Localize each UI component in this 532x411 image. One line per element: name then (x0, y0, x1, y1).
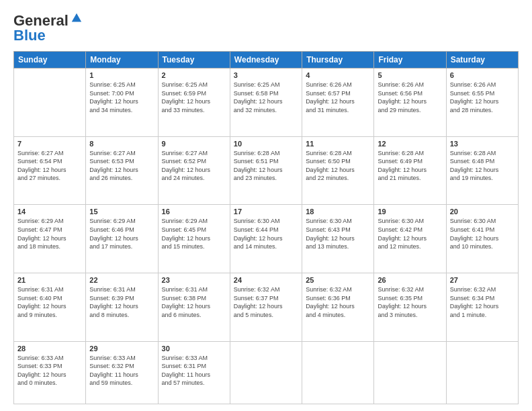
weekday-wednesday: Wednesday (230, 52, 302, 68)
calendar-cell (446, 341, 518, 404)
calendar-cell (230, 341, 302, 404)
weekday-friday: Friday (374, 52, 446, 68)
day-number: 10 (234, 140, 298, 148)
calendar-cell: 30Sunrise: 6:33 AM Sunset: 6:31 PM Dayli… (158, 341, 230, 404)
calendar-cell: 27Sunrise: 6:32 AM Sunset: 6:34 PM Dayli… (446, 273, 518, 342)
cell-info: Sunrise: 6:30 AM Sunset: 6:43 PM Dayligh… (306, 217, 370, 250)
day-number: 1 (89, 71, 154, 79)
cell-info: Sunrise: 6:31 AM Sunset: 6:39 PM Dayligh… (89, 285, 154, 319)
weekday-header-row: SundayMondayTuesdayWednesdayThursdayFrid… (14, 52, 519, 68)
day-number: 21 (17, 276, 82, 284)
cell-info: Sunrise: 6:32 AM Sunset: 6:37 PM Dayligh… (234, 285, 298, 319)
day-number: 17 (234, 208, 298, 216)
cell-info: Sunrise: 6:26 AM Sunset: 6:55 PM Dayligh… (450, 81, 515, 114)
calendar-cell: 16Sunrise: 6:29 AM Sunset: 6:45 PM Dayli… (158, 205, 230, 273)
week-row-0: 1Sunrise: 6:25 AM Sunset: 7:00 PM Daylig… (14, 68, 519, 137)
cell-info: Sunrise: 6:30 AM Sunset: 6:44 PM Dayligh… (234, 217, 298, 250)
calendar-cell: 13Sunrise: 6:28 AM Sunset: 6:48 PM Dayli… (446, 136, 518, 205)
day-number: 3 (234, 71, 298, 79)
page: General Blue SundayMondayTuesdayWednesda… (0, 0, 532, 411)
day-number: 26 (378, 276, 442, 284)
calendar-cell: 5Sunrise: 6:26 AM Sunset: 6:56 PM Daylig… (374, 68, 446, 137)
cell-info: Sunrise: 6:28 AM Sunset: 6:49 PM Dayligh… (378, 149, 442, 183)
day-number: 9 (162, 140, 226, 148)
week-row-2: 14Sunrise: 6:29 AM Sunset: 6:47 PM Dayli… (14, 205, 519, 273)
cell-info: Sunrise: 6:28 AM Sunset: 6:50 PM Dayligh… (306, 149, 370, 183)
cell-info: Sunrise: 6:28 AM Sunset: 6:48 PM Dayligh… (450, 149, 515, 183)
day-number: 23 (162, 276, 226, 284)
calendar-cell: 8Sunrise: 6:27 AM Sunset: 6:53 PM Daylig… (86, 136, 158, 205)
day-number: 12 (378, 140, 442, 148)
logo: General Blue (13, 12, 83, 44)
calendar-cell: 2Sunrise: 6:25 AM Sunset: 6:59 PM Daylig… (158, 68, 230, 137)
calendar-cell: 26Sunrise: 6:32 AM Sunset: 6:35 PM Dayli… (374, 273, 446, 342)
cell-info: Sunrise: 6:30 AM Sunset: 6:41 PM Dayligh… (450, 217, 515, 250)
cell-info: Sunrise: 6:25 AM Sunset: 7:00 PM Dayligh… (89, 81, 154, 114)
cell-info: Sunrise: 6:32 AM Sunset: 6:34 PM Dayligh… (450, 285, 515, 319)
calendar-cell: 9Sunrise: 6:27 AM Sunset: 6:52 PM Daylig… (158, 136, 230, 205)
day-number: 19 (378, 208, 442, 216)
cell-info: Sunrise: 6:27 AM Sunset: 6:53 PM Dayligh… (89, 149, 154, 183)
cell-info: Sunrise: 6:25 AM Sunset: 6:59 PM Dayligh… (162, 81, 226, 114)
calendar-cell: 1Sunrise: 6:25 AM Sunset: 7:00 PM Daylig… (86, 68, 158, 137)
day-number: 2 (162, 71, 226, 79)
calendar-cell: 15Sunrise: 6:29 AM Sunset: 6:46 PM Dayli… (86, 205, 158, 273)
cell-info: Sunrise: 6:29 AM Sunset: 6:46 PM Dayligh… (89, 217, 154, 250)
cell-info: Sunrise: 6:26 AM Sunset: 6:57 PM Dayligh… (306, 81, 370, 114)
weekday-tuesday: Tuesday (158, 52, 230, 68)
day-number: 28 (17, 345, 82, 353)
day-number: 8 (89, 140, 154, 148)
day-number: 18 (306, 208, 370, 216)
cell-info: Sunrise: 6:29 AM Sunset: 6:45 PM Dayligh… (162, 217, 226, 250)
calendar-cell: 25Sunrise: 6:32 AM Sunset: 6:36 PM Dayli… (302, 273, 374, 342)
calendar-cell: 20Sunrise: 6:30 AM Sunset: 6:41 PM Dayli… (446, 205, 518, 273)
day-number: 14 (17, 208, 82, 216)
cell-info: Sunrise: 6:32 AM Sunset: 6:36 PM Dayligh… (306, 285, 370, 319)
calendar-cell: 4Sunrise: 6:26 AM Sunset: 6:57 PM Daylig… (302, 68, 374, 137)
calendar-cell: 17Sunrise: 6:30 AM Sunset: 6:44 PM Dayli… (230, 205, 302, 273)
week-row-1: 7Sunrise: 6:27 AM Sunset: 6:54 PM Daylig… (14, 136, 519, 205)
cell-info: Sunrise: 6:30 AM Sunset: 6:42 PM Dayligh… (378, 217, 442, 250)
day-number: 20 (450, 208, 515, 216)
day-number: 7 (17, 140, 82, 148)
week-row-3: 21Sunrise: 6:31 AM Sunset: 6:40 PM Dayli… (14, 273, 519, 342)
cell-info: Sunrise: 6:33 AM Sunset: 6:32 PM Dayligh… (89, 354, 154, 387)
calendar-cell: 18Sunrise: 6:30 AM Sunset: 6:43 PM Dayli… (302, 205, 374, 273)
day-number: 30 (162, 345, 226, 353)
week-row-4: 28Sunrise: 6:33 AM Sunset: 6:33 PM Dayli… (14, 341, 519, 404)
calendar-cell: 6Sunrise: 6:26 AM Sunset: 6:55 PM Daylig… (446, 68, 518, 137)
calendar-cell: 3Sunrise: 6:25 AM Sunset: 6:58 PM Daylig… (230, 68, 302, 137)
calendar-cell (374, 341, 446, 404)
day-number: 15 (89, 208, 154, 216)
cell-info: Sunrise: 6:31 AM Sunset: 6:38 PM Dayligh… (162, 285, 226, 319)
day-number: 4 (306, 71, 370, 79)
cell-info: Sunrise: 6:27 AM Sunset: 6:54 PM Dayligh… (17, 149, 82, 183)
calendar-cell: 22Sunrise: 6:31 AM Sunset: 6:39 PM Dayli… (86, 273, 158, 342)
day-number: 16 (162, 208, 226, 216)
svg-marker-0 (72, 13, 81, 22)
cell-info: Sunrise: 6:29 AM Sunset: 6:47 PM Dayligh… (17, 217, 82, 250)
calendar-cell: 12Sunrise: 6:28 AM Sunset: 6:49 PM Dayli… (374, 136, 446, 205)
calendar-cell: 7Sunrise: 6:27 AM Sunset: 6:54 PM Daylig… (14, 136, 86, 205)
day-number: 25 (306, 276, 370, 284)
day-number: 13 (450, 140, 515, 148)
calendar-cell: 23Sunrise: 6:31 AM Sunset: 6:38 PM Dayli… (158, 273, 230, 342)
calendar-cell: 14Sunrise: 6:29 AM Sunset: 6:47 PM Dayli… (14, 205, 86, 273)
cell-info: Sunrise: 6:26 AM Sunset: 6:56 PM Dayligh… (378, 81, 442, 114)
weekday-saturday: Saturday (446, 52, 518, 68)
day-number: 11 (306, 140, 370, 148)
calendar-table: SundayMondayTuesdayWednesdayThursdayFrid… (13, 51, 519, 404)
calendar-cell: 28Sunrise: 6:33 AM Sunset: 6:33 PM Dayli… (14, 341, 86, 404)
calendar-cell: 21Sunrise: 6:31 AM Sunset: 6:40 PM Dayli… (14, 273, 86, 342)
logo-icon (71, 12, 83, 24)
day-number: 27 (450, 276, 515, 284)
day-number: 22 (89, 276, 154, 284)
cell-info: Sunrise: 6:27 AM Sunset: 6:52 PM Dayligh… (162, 149, 226, 183)
weekday-sunday: Sunday (14, 52, 86, 68)
cell-info: Sunrise: 6:28 AM Sunset: 6:51 PM Dayligh… (234, 149, 298, 183)
calendar-cell: 10Sunrise: 6:28 AM Sunset: 6:51 PM Dayli… (230, 136, 302, 205)
cell-info: Sunrise: 6:32 AM Sunset: 6:35 PM Dayligh… (378, 285, 442, 319)
day-number: 24 (234, 276, 298, 284)
cell-info: Sunrise: 6:25 AM Sunset: 6:58 PM Dayligh… (234, 81, 298, 114)
calendar-cell: 11Sunrise: 6:28 AM Sunset: 6:50 PM Dayli… (302, 136, 374, 205)
